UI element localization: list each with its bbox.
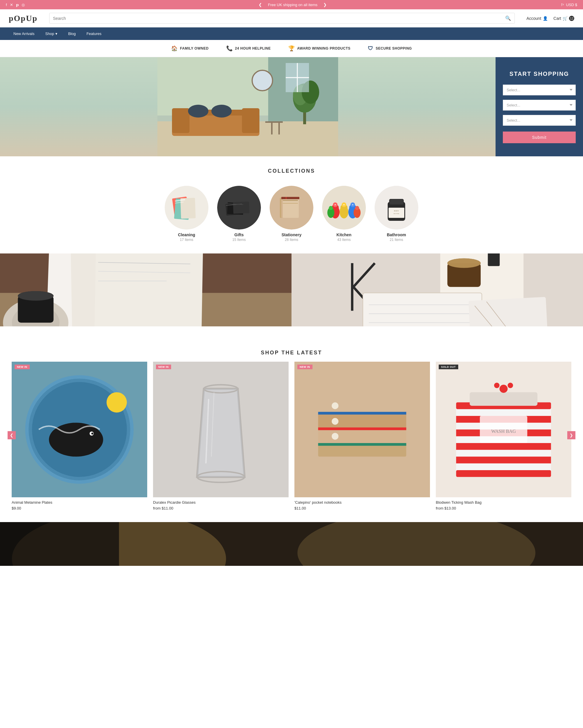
svg-rect-67 [94, 254, 203, 327]
hero-panel: START SHOPPING Select... Select... Selec… [496, 57, 583, 156]
cart-button[interactable]: Cart 🛒 12 [554, 16, 574, 21]
svg-rect-129 [470, 392, 537, 406]
svg-rect-83 [488, 254, 500, 266]
svg-rect-113 [318, 428, 406, 444]
product-card-2[interactable]: NEW IN Duralex Picardie Glasses from [153, 362, 288, 511]
collection-stationery-name: Stationery [282, 232, 301, 237]
products-carousel: ❮ NEW IN [12, 362, 571, 511]
banner-message: Free UK shipping on all items [268, 3, 317, 7]
svg-rect-117 [318, 412, 406, 414]
trust-helpline-label: 24 HOUR HELPLINE [235, 46, 271, 50]
product-card-1[interactable]: NEW IN [12, 362, 147, 511]
trust-award: 🏆 AWARD WINNING PRODUCTS [288, 45, 351, 52]
header-actions: Account 👤 Cart 🛒 12 [526, 16, 574, 21]
nav-item-features[interactable]: Features [82, 27, 106, 40]
carousel-next-button[interactable]: ❯ [567, 431, 576, 439]
product-card-3[interactable]: NEW IN [295, 362, 430, 511]
nav-item-blog[interactable]: Blog [63, 27, 80, 40]
hero-select-2[interactable]: Select... [503, 100, 576, 110]
hero-section: START SHOPPING Select... Select... Selec… [0, 57, 583, 156]
product-card-4[interactable]: SOLD OUT [436, 362, 571, 511]
footer-scene-svg [0, 522, 583, 566]
hero-select-1[interactable]: Select... [503, 84, 576, 95]
svg-point-9 [211, 105, 232, 118]
collection-cleaning-image [165, 186, 209, 230]
svg-rect-12 [278, 123, 280, 134]
hero-submit-button[interactable]: Submit [503, 132, 576, 143]
shop-dropdown-icon: ▾ [55, 31, 57, 36]
currency-selector[interactable]: 🏳 USD $ [561, 3, 577, 7]
svg-rect-10 [265, 121, 283, 123]
trust-secure-label: SECURE SHOPPING [376, 46, 412, 50]
navigation: New Arrivals Shop ▾ Blog Features [0, 27, 583, 40]
search-input[interactable] [53, 16, 503, 21]
sofa-scene [0, 57, 496, 156]
office-scene-svg [0, 254, 292, 327]
nav-item-new-arrivals[interactable]: New Arrivals [9, 27, 39, 40]
header: pOpUp 🔍 Account 👤 Cart 🛒 12 [0, 9, 583, 27]
collection-kitchen-name: Kitchen [336, 232, 351, 237]
svg-rect-115 [318, 443, 406, 446]
svg-rect-89 [363, 293, 482, 327]
product-price-2: from $11.00 [153, 506, 288, 511]
collection-kitchen[interactable]: Kitchen 43 Items [322, 186, 366, 242]
banner-prev-arrow[interactable]: ❮ [258, 2, 262, 7]
nav-item-shop[interactable]: Shop ▾ [40, 27, 62, 40]
svg-rect-116 [318, 427, 406, 430]
collection-gifts[interactable]: Gifts 15 Items [217, 186, 261, 242]
svg-rect-11 [271, 123, 273, 134]
logo[interactable]: pOpUp [9, 14, 37, 23]
svg-point-120 [332, 402, 338, 409]
collection-stationery[interactable]: Stationery 28 Items [270, 186, 313, 242]
facebook-icon[interactable]: f [6, 3, 7, 7]
svg-point-130 [500, 385, 508, 393]
product-3-svg [295, 362, 430, 497]
svg-point-105 [91, 433, 93, 435]
collection-gifts-count: 15 Items [232, 238, 246, 242]
product-name-4: Blodwen Ticking Wash Bag [436, 500, 571, 504]
collection-stationery-image [270, 186, 313, 230]
shop-latest-section: SHOP THE LATEST ❮ NEW IN [0, 327, 583, 522]
collection-cleaning[interactable]: Cleaning 17 Items [165, 186, 209, 242]
account-button[interactable]: Account 👤 [526, 16, 548, 21]
svg-point-53 [335, 204, 336, 205]
search-icon[interactable]: 🔍 [505, 16, 511, 21]
svg-text:WASH BAG: WASH BAG [491, 429, 516, 434]
product-badge-4: SOLD OUT [439, 365, 458, 369]
hero-select-3[interactable]: Select... [503, 115, 576, 126]
collection-gifts-name: Gifts [234, 232, 244, 237]
carousel-prev-button[interactable]: ❮ [7, 431, 16, 439]
hero-image [0, 57, 496, 156]
collection-stationery-count: 28 Items [285, 238, 298, 242]
family-icon: 🏠 [171, 45, 178, 52]
svg-rect-1 [158, 57, 268, 115]
shield-icon: 🛡 [368, 46, 373, 52]
product-name-2: Duralex Picardie Glasses [153, 500, 288, 504]
pinterest-icon[interactable]: 𝗽 [16, 3, 19, 7]
search-bar[interactable]: 🔍 [49, 13, 515, 24]
flag-icon: 🏳 [561, 3, 565, 7]
product-badge-3: NEW IN [297, 365, 312, 369]
twitter-icon[interactable]: ✕ [10, 3, 13, 7]
products-grid: NEW IN [12, 362, 571, 511]
collection-bathroom[interactable]: BODY BUTTER Bathroom 21 Items [374, 186, 418, 242]
svg-rect-127 [456, 457, 551, 464]
instagram-icon[interactable]: ◎ [22, 3, 25, 7]
trust-family-label: FAMILY OWNED [180, 46, 209, 50]
svg-point-131 [494, 383, 500, 388]
trust-award-label: AWARD WINNING PRODUCTS [297, 46, 351, 50]
award-icon: 🏆 [288, 45, 295, 52]
currency-label: USD $ [566, 3, 577, 7]
product-image-2: NEW IN [153, 362, 288, 497]
banner-next-arrow[interactable]: ❯ [323, 2, 327, 7]
svg-rect-59 [390, 200, 403, 204]
product-badge-2: NEW IN [156, 365, 171, 369]
svg-point-20 [252, 70, 273, 91]
svg-point-54 [343, 204, 344, 205]
product-1-svg [12, 362, 147, 497]
svg-point-138 [297, 522, 535, 566]
svg-rect-86 [351, 263, 353, 311]
nav-label-shop: Shop [45, 31, 54, 36]
svg-point-82 [447, 258, 481, 268]
collection-cleaning-count: 17 Items [180, 238, 193, 242]
